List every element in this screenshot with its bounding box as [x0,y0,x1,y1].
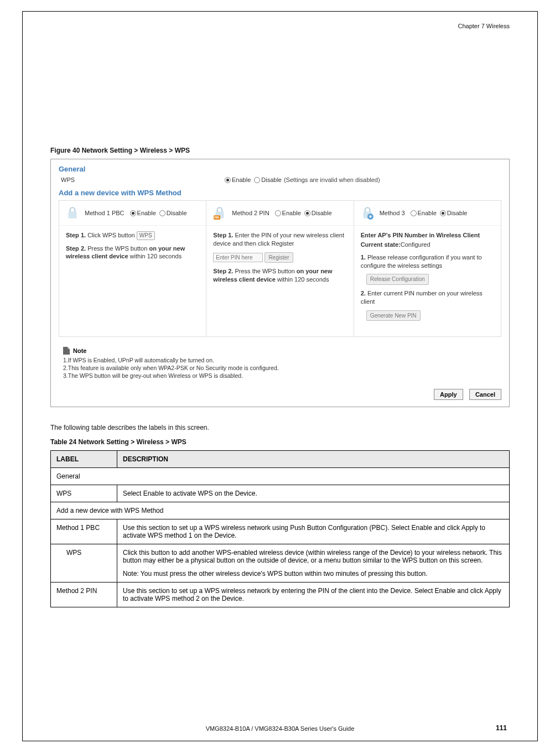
table-section-general: General [51,468,510,485]
wps-enable-radio[interactable] [225,177,231,183]
svg-rect-0 [68,212,76,219]
m1-step2-text2: within 120 seconds [128,253,182,259]
apply-button[interactable]: Apply [434,389,463,400]
method2-name: Method 2 PIN [232,210,269,216]
method1-disable-radio[interactable] [159,210,165,216]
m2-step1-text: Enter the PIN of your new wireless clien… [213,232,344,247]
r3-desc: Click this button to add another WPS-ena… [117,544,510,583]
generate-new-pin-button[interactable]: Generate New PIN [366,310,421,321]
r3-label: WPS [51,544,117,583]
wps-field-label: WPS [61,176,221,183]
table-caption: Table 24 Network Setting > Wireless > WP… [50,438,510,446]
m2-step2-text2: within 120 seconds [276,276,329,283]
method3-column: Method 3 Enable Disable Enter AP's PIN N… [354,201,501,336]
method3-disable-radio[interactable] [440,210,446,216]
method1-name: Method 1 PBC [85,210,125,216]
r3-desc-line2: Note: You must press the other wireless … [123,570,504,578]
wps-invalid-note: (Settings are invalid when disabled) [284,176,380,183]
pin-input[interactable] [213,253,263,262]
method1-disable-label: Disable [167,210,187,216]
th-desc: DESCRIPTION [117,451,510,468]
method1-column: Method 1 PBC Enable Disable Step 1. Clic… [59,201,206,336]
method3-enable-radio[interactable] [411,210,417,216]
r2-desc: Use this section to set up a WPS wireles… [117,519,510,544]
method2-disable-radio[interactable] [304,210,310,216]
wps-enable-label: Enable [232,176,251,183]
r4-label: Method 2 PIN [51,583,117,607]
method2-enable-label: Enable [282,210,301,216]
svg-text:PIN: PIN [215,216,220,219]
lock-gear-icon [360,205,375,221]
method3-enable-label: Enable [418,210,437,216]
cancel-button[interactable]: Cancel [469,389,501,400]
r2-label: Method 1 PBC [51,519,117,544]
method2-disable-label: Disable [312,210,332,216]
m1-step2-label: Step 2. [66,245,86,252]
chapter-reference: Chapter 7 Wireless [50,23,510,29]
footer-product-name: VMG8324-B10A / VMG8324-B30A Series User'… [23,725,537,732]
note-heading: Note [63,347,505,355]
m3-heading: Enter AP's PIN Number in Wireless Client [361,232,480,238]
m2-step2-text1: Press the WPS button [233,268,296,274]
m3-state-label: Current state: [361,241,401,248]
m3-item2-text: Enter current PIN number on your wireles… [361,290,483,305]
m1-step2-text1: Press the WPS button [86,245,149,252]
wps-disable-radio[interactable] [254,177,260,183]
method3-disable-label: Disable [447,210,468,216]
add-device-heading: Add a new device with WPS Method [59,189,505,197]
svg-point-6 [369,215,371,217]
m2-step2-label: Step 2. [213,268,233,274]
m3-item1-num: 1. [361,254,366,261]
wps-screenshot-figure: General WPS Enable Disable (Settings are… [50,159,510,407]
description-table: LABEL DESCRIPTION General WPS Select Ena… [50,450,510,607]
wps-method-grid: Method 1 PBC Enable Disable Step 1. Clic… [59,200,501,337]
note-list: 1.If WPS is Enabled, UPnP will automatic… [63,357,505,379]
method3-name: Method 3 [380,210,405,216]
note-item-2: 2.This feature is available only when WP… [63,365,505,371]
note-label: Note [73,347,86,354]
general-heading: General [59,165,505,173]
lock-icon [65,205,80,221]
method2-enable-radio[interactable] [275,210,281,216]
note-icon [63,347,70,355]
m1-step1-label: Step 1. [66,232,86,238]
m1-step1-text: Click WPS button [86,232,137,238]
r1-label: WPS [51,485,117,502]
release-configuration-button[interactable]: Release Configuration [366,274,429,285]
register-button[interactable]: Register [265,252,293,263]
r3-desc-line1: Click this button to add another WPS-ena… [123,549,504,564]
note-item-1: 1.If WPS is Enabled, UPnP will automatic… [63,357,505,363]
note-item-3: 3.The WPS button will be grey-out when W… [63,372,505,379]
m3-item2-num: 2. [361,290,366,297]
r1-desc: Select Enable to activate WPS on the Dev… [117,485,510,502]
wps-button[interactable]: WPS [137,231,155,240]
method1-enable-label: Enable [137,210,156,216]
m2-step1-label: Step 1. [213,232,233,238]
m3-state-value: Configured [401,241,431,248]
m3-item1-text: Please release configuration if you want… [361,254,482,269]
table-section-add: Add a new device with WPS Method [51,502,510,519]
page-number: 111 [496,724,507,732]
r4-desc: Use this section to set up a WPS wireles… [117,583,510,607]
method1-enable-radio[interactable] [130,210,136,216]
wps-disable-label: Disable [261,176,282,183]
method2-column: PIN Method 2 PIN Enable Disable Step 1. … [206,201,354,336]
th-label: LABEL [51,451,117,468]
lock-pin-icon: PIN [212,205,227,221]
table-intro: The following table describes the labels… [50,424,510,431]
figure-label: Figure 40 Network Setting > Wireless > W… [50,147,510,154]
